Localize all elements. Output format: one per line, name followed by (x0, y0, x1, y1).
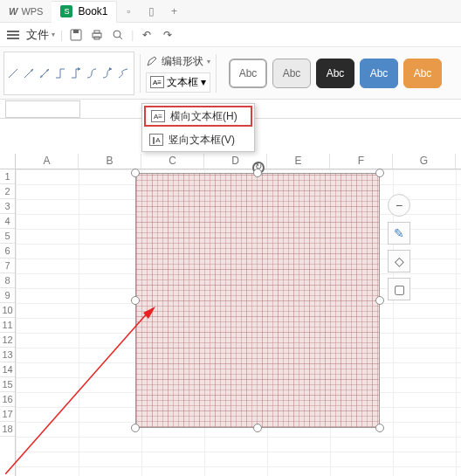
pencil-tool-icon[interactable]: ✎ (388, 222, 410, 245)
row-header[interactable]: 16 (0, 392, 15, 407)
vertical-textbox-item[interactable]: ‖A 竖向文本框(V) (142, 128, 254, 151)
svg-line-6 (120, 37, 122, 39)
app-logo: W WPS (0, 6, 52, 17)
tab-expand-icon[interactable]: ▫ (117, 5, 140, 17)
resize-handle[interactable] (375, 169, 384, 177)
resize-handle[interactable] (375, 296, 384, 305)
outline-tool-icon[interactable]: ▢ (388, 278, 410, 300)
save-icon[interactable] (68, 27, 84, 43)
fill-tool-icon[interactable]: ◇ (388, 250, 410, 272)
row-header[interactable]: 6 (0, 244, 15, 259)
row-header[interactable]: 17 (0, 407, 15, 422)
column-headers: A B C D E F G (16, 154, 461, 169)
style-swatch-3[interactable]: Abc (316, 59, 354, 88)
resize-handle[interactable] (253, 169, 262, 177)
separator (140, 54, 141, 93)
row-header[interactable]: 3 (0, 199, 15, 214)
minus-circle-icon[interactable]: − (388, 194, 410, 217)
textbox-button[interactable]: A≡ 文本框 ▾ (146, 72, 210, 93)
chevron-down-icon: ▾ (201, 76, 206, 88)
app-name: WPS (21, 6, 43, 17)
style-swatches: Abc Abc Abc Abc Abc (229, 59, 442, 88)
tab-split-icon[interactable]: ▯ (140, 5, 162, 17)
menubar: 文件 ▾ | | ↶ ↷ (0, 23, 461, 47)
document-tab-label: Book1 (78, 5, 107, 17)
svg-point-5 (114, 31, 120, 38)
style-swatch-4[interactable]: Abc (360, 59, 398, 88)
style-swatch-5[interactable]: Abc (403, 59, 442, 88)
textbox-dropdown: A≡ 横向文本框(H) ‖A 竖向文本框(V) (141, 103, 255, 152)
style-swatch-2[interactable]: Abc (272, 59, 311, 88)
chevron-down-icon: ▾ (207, 58, 210, 66)
file-menu-label: 文件 (26, 27, 49, 43)
row-headers: 1 2 3 4 5 6 7 8 9 10 11 12 13 14 15 16 1… (0, 169, 16, 476)
row-header[interactable]: 10 (0, 303, 15, 318)
row-header[interactable]: 8 (0, 273, 15, 288)
selected-shape[interactable] (135, 173, 380, 428)
name-box[interactable] (5, 100, 80, 118)
menu-item-label: 横向文本框(H) (170, 109, 237, 124)
ribbon-left (3, 50, 134, 96)
undo-button[interactable]: ↶ (139, 27, 155, 43)
resize-handle[interactable] (253, 424, 262, 432)
col-header[interactable]: B (79, 154, 141, 169)
row-header[interactable]: 9 (0, 288, 15, 303)
resize-handle[interactable] (131, 169, 140, 177)
resize-handle[interactable] (375, 424, 384, 432)
svg-marker-14 (109, 67, 112, 71)
row-header[interactable]: 13 (0, 348, 15, 362)
row-header[interactable]: 7 (0, 259, 15, 273)
separator (216, 54, 217, 93)
menu-item-label: 竖向文本框(V) (169, 133, 235, 148)
row-header[interactable]: 1 (0, 169, 15, 184)
edit-shape-button[interactable]: 编辑形状 ▾ (146, 54, 210, 69)
new-tab-button[interactable]: + (162, 5, 185, 17)
row-header[interactable]: 4 (0, 214, 15, 229)
row-header[interactable]: 2 (0, 184, 15, 199)
row-header[interactable]: 11 (0, 318, 15, 333)
sheet-doc-icon: S (60, 5, 72, 17)
style-swatch-1[interactable]: Abc (229, 59, 267, 88)
row-header[interactable]: 5 (0, 229, 15, 244)
col-header[interactable]: F (330, 154, 393, 169)
horizontal-textbox-icon: A≡ (151, 110, 165, 122)
svg-rect-1 (73, 30, 79, 33)
ribbon-toolbar: 编辑形状 ▾ A≡ 文本框 ▾ Abc Abc Abc Abc Abc (0, 47, 461, 100)
print-icon[interactable] (89, 27, 105, 43)
vertical-textbox-icon: ‖A (149, 134, 163, 146)
col-header[interactable]: E (267, 154, 330, 169)
textbox-icon: A≡ (150, 76, 164, 88)
resize-handle[interactable] (131, 424, 140, 432)
horizontal-textbox-item[interactable]: A≡ 横向文本框(H) (144, 106, 252, 127)
redo-button[interactable]: ↷ (160, 27, 175, 43)
row-header[interactable]: 15 (0, 377, 15, 392)
titlebar: W WPS S Book1 ▫ ▯ + (0, 0, 461, 23)
row-header[interactable]: 14 (0, 362, 15, 377)
preview-icon[interactable] (110, 27, 126, 43)
select-all-corner[interactable] (0, 154, 16, 169)
col-header[interactable]: C (141, 154, 204, 169)
document-tab[interactable]: S Book1 (52, 1, 117, 23)
chevron-down-icon: ▾ (52, 31, 55, 38)
svg-line-7 (9, 69, 17, 78)
svg-marker-13 (78, 67, 80, 71)
floating-tools: − ✎ ◇ ▢ (388, 194, 410, 300)
textbox-label: 文本框 (167, 75, 198, 90)
svg-rect-3 (94, 31, 100, 33)
row-header[interactable]: 18 (0, 422, 15, 437)
col-header[interactable]: A (16, 154, 79, 169)
resize-handle[interactable] (131, 296, 140, 305)
row-header[interactable]: 12 (0, 333, 15, 348)
file-menu[interactable]: 文件 ▾ (26, 27, 55, 43)
edit-shape-label: 编辑形状 (162, 54, 203, 69)
hamburger-icon[interactable] (5, 29, 21, 41)
shape-lines-gallery[interactable] (3, 52, 134, 95)
col-header[interactable]: G (393, 154, 456, 169)
wps-w-icon: W (9, 6, 17, 17)
